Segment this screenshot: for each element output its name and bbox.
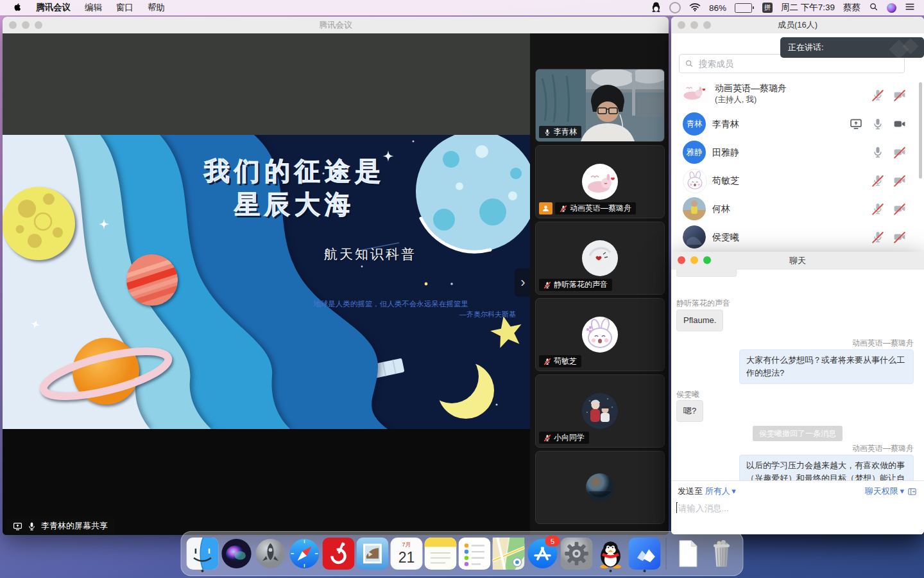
mic-on-icon[interactable] (871, 118, 884, 130)
search-input[interactable] (697, 58, 899, 69)
message-sender: 动画英语—蔡璐舟 (852, 338, 914, 349)
zoom-button[interactable] (703, 256, 711, 264)
dock-tencent-meeting-icon[interactable] (629, 538, 661, 570)
video-tile[interactable]: 李青林 (535, 69, 665, 142)
camera-off-icon[interactable] (893, 146, 906, 159)
member-name: 田雅静 (712, 146, 739, 158)
close-button[interactable] (9, 21, 17, 29)
chat-bubble: 以后的学习压力会越来越大，有喜欢做的事（兴趣爱好）和最终的目标（梦想）能让自己快… (739, 455, 914, 480)
dock-appstore-icon[interactable]: 5 (527, 538, 559, 570)
dock-trash-icon[interactable] (706, 538, 738, 570)
dock-launchpad-icon[interactable] (255, 538, 287, 570)
share-banner-label: 李青林的屏幕共享 (41, 520, 108, 532)
sharing-screen-icon[interactable] (850, 118, 862, 130)
dock-maps-icon[interactable] (493, 538, 525, 570)
popout-icon[interactable] (907, 487, 918, 496)
zoom-button[interactable] (35, 21, 42, 29)
tile-name-label: 小向同学 (539, 432, 589, 444)
minimize-button[interactable] (690, 21, 698, 29)
menu-help[interactable]: 帮助 (148, 2, 165, 13)
mic-muted-icon (543, 358, 551, 365)
slide-title: 我们的征途是 星辰大海 (99, 154, 490, 221)
battery-percent: 86% (709, 3, 726, 13)
member-row[interactable]: 动画英语—蔡璐舟 (主持人, 我) (671, 80, 924, 110)
menu-app-name[interactable]: 腾讯会议 (36, 2, 71, 13)
member-name: 侯雯曦 (712, 231, 739, 243)
meeting-titlebar: 腾讯会议 (3, 17, 669, 34)
menu-user-name[interactable]: 蔡蔡 (843, 2, 860, 13)
dock-reminders-icon[interactable] (459, 538, 491, 570)
video-tile[interactable]: 静听落花的声音 (535, 222, 665, 295)
avatar: 雅静 (683, 141, 706, 164)
video-tile[interactable]: 苟敏芝 (535, 298, 665, 371)
mic-muted-icon[interactable] (871, 89, 884, 101)
member-row[interactable]: 何林 (671, 195, 924, 223)
dock-mail-icon[interactable] (357, 538, 389, 570)
send-to-label: 发送至 (678, 486, 703, 497)
chat-permission-selector[interactable]: 聊天权限 ▾ (865, 486, 904, 497)
system-message: 侯雯曦撤回了一条消息 (753, 426, 843, 441)
letterbox (3, 33, 530, 135)
dock-netease-music-icon[interactable] (323, 538, 355, 570)
member-row[interactable]: 青林 李青林 (671, 110, 924, 138)
chat-window: 聊天 静听落花的声音 Pflaume. 动画英语—蔡璐舟 大家有什么梦想吗？或者… (671, 252, 924, 534)
spotlight-search-icon[interactable] (869, 2, 878, 13)
menu-edit[interactable]: 编辑 (85, 2, 102, 13)
video-tile[interactable]: 小向同学 (535, 374, 665, 448)
dock-safari-icon[interactable] (289, 538, 321, 570)
camera-off-icon[interactable] (893, 231, 906, 243)
notification-center-icon[interactable] (905, 3, 915, 13)
notification-badge: 5 (545, 536, 560, 547)
member-row[interactable]: 苟敏芝 (671, 166, 924, 195)
siri-icon[interactable] (887, 3, 896, 13)
dock-finder-icon[interactable] (187, 538, 219, 570)
wifi-icon[interactable] (689, 3, 701, 13)
adobe-cc-icon[interactable] (669, 2, 681, 13)
meeting-window: 腾讯会议 (3, 17, 669, 535)
camera-off-icon[interactable] (893, 89, 906, 101)
mic-muted-icon[interactable] (871, 231, 884, 243)
next-slide-button[interactable]: › (515, 268, 530, 297)
mic-muted-icon (543, 281, 551, 289)
chat-input[interactable] (677, 503, 898, 514)
qq-status-icon[interactable] (651, 1, 661, 14)
input-method-badge[interactable]: 拼 (762, 3, 773, 13)
close-button[interactable] (678, 21, 685, 29)
dock-calendar-icon[interactable]: 7月21 (391, 538, 423, 570)
mic-icon (27, 521, 37, 531)
minimize-button[interactable] (690, 256, 698, 264)
dock-notes-icon[interactable] (425, 538, 457, 570)
minimize-button[interactable] (22, 21, 30, 29)
member-row[interactable]: 雅静 田雅静 (671, 138, 924, 166)
dock-documents-icon[interactable] (672, 538, 704, 570)
slide-subtitle: 航天知识科普 (280, 245, 460, 263)
avatar (683, 197, 706, 220)
mic-muted-icon[interactable] (871, 202, 884, 215)
shared-screen: 我们的征途是 星辰大海 航天知识科普 地球是人类的摇篮，但人类不会永远呆在摇篮里… (3, 33, 530, 535)
member-row[interactable]: 侯雯曦 (671, 223, 924, 251)
menu-clock[interactable]: 周二 下午7:39 (781, 2, 835, 13)
dock: 7月21 5 (181, 531, 744, 576)
video-tile[interactable] (535, 451, 665, 524)
camera-off-icon[interactable] (893, 174, 906, 187)
camera-on-icon[interactable] (893, 118, 906, 130)
scrollbar[interactable] (919, 82, 922, 179)
search-icon (685, 59, 694, 68)
camera-off-icon[interactable] (893, 202, 906, 215)
member-name: 李青林 (712, 118, 739, 130)
menu-window[interactable]: 窗口 (116, 2, 133, 13)
video-tile[interactable]: 动画英语—蔡璐舟 (535, 145, 665, 218)
close-button[interactable] (678, 256, 685, 264)
dock-qq-icon[interactable] (595, 538, 627, 570)
mic-muted-icon[interactable] (871, 174, 884, 187)
host-badge (539, 202, 552, 215)
dock-siri-icon[interactable] (221, 538, 253, 570)
dock-system-preferences-icon[interactable] (561, 538, 593, 570)
send-to-selector[interactable]: 所有人 ▾ (705, 486, 736, 497)
apple-menu-icon[interactable] (13, 2, 22, 14)
mic-on-icon[interactable] (871, 146, 884, 159)
menu-bar: 腾讯会议 编辑 窗口 帮助 86% 拼 周二 下午7:39 蔡蔡 (0, 0, 924, 15)
battery-icon[interactable] (735, 3, 754, 13)
zoom-button[interactable] (703, 21, 711, 29)
avatar (582, 240, 618, 276)
